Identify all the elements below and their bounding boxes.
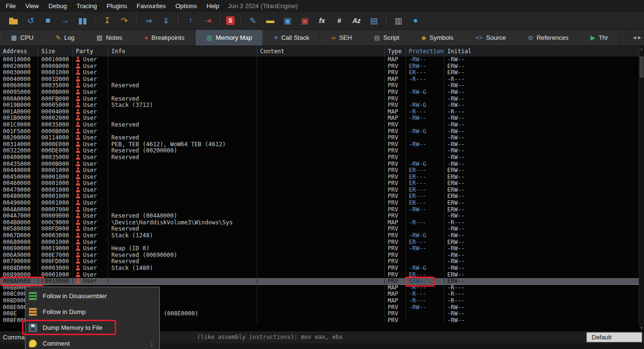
tab-notes[interactable]: ▤Notes <box>85 30 133 46</box>
memory-row[interactable]: 001F50000000B000UserPRV-RW-G-RW-- <box>0 128 639 135</box>
execute-till-return-icon[interactable]: ↑ <box>184 15 197 26</box>
menu-tracing[interactable]: Tracing <box>72 0 102 12</box>
pause-icon[interactable]: ▮▮ <box>76 15 89 26</box>
memory-row[interactable]: 0002000000008000UserPRVERW--ERW-- <box>0 63 639 70</box>
tab-seh[interactable]: ∞SEH <box>320 30 363 46</box>
column-header-size[interactable]: Size <box>38 46 73 57</box>
tab-call-stack[interactable]: ≡Call Stack <box>263 30 320 46</box>
menu-plugins[interactable]: Plugins <box>102 0 132 12</box>
memory-row[interactable]: 001C000000035000UserReservedPRV-RW-- <box>0 122 639 128</box>
menu-item-dump-memory-to-file[interactable]: Dump Memory to File <box>25 320 159 336</box>
tab-script[interactable]: ▤Script <box>363 30 410 46</box>
tab-breakpoints[interactable]: ●Breakpoints <box>133 30 196 46</box>
menu-item-comment[interactable]: Comment; <box>25 336 159 349</box>
memory-row[interactable]: 003140000000E000UserPEB, TEB (4612), WoW… <box>0 141 639 148</box>
grid-icon[interactable]: ▥ <box>392 15 405 26</box>
memory-row[interactable]: 0040000000035000UserReservedPRV-RW-- <box>0 154 639 161</box>
column-header-initial[interactable]: Initial <box>444 46 639 57</box>
menu-file[interactable]: File <box>1 0 21 12</box>
column-header-protection[interactable]: Protection <box>406 46 444 57</box>
restart-icon[interactable]: ↺ <box>24 15 37 26</box>
memory-row[interactable]: 0044000000001000UserPRVER---ERW-- <box>0 167 639 174</box>
open-file-icon[interactable] <box>7 15 20 26</box>
tab-symbols[interactable]: ◆Symbols <box>410 30 465 46</box>
memory-row[interactable]: 001B000000002000UserMAP-RW---RW-- <box>0 115 639 122</box>
menu-item-follow-in-dump[interactable]: Follow in Dump <box>25 304 159 320</box>
column-header-content[interactable]: Content <box>257 46 385 57</box>
memory-row[interactable]: 004A000000007000UserPRV-RW--ERW-- <box>0 207 639 213</box>
memory-row[interactable]: 0089000000001000UserPRVER---ERW-- <box>0 272 639 279</box>
tab-threads[interactable]: ▶Thr <box>580 30 620 46</box>
run-icon[interactable]: → <box>59 15 72 26</box>
animate-into-icon[interactable]: ⇒ <box>143 15 155 26</box>
memory-row[interactable]: 00322000000DE000UserReserved (00200000)P… <box>0 148 639 154</box>
patch-icon[interactable]: ✎ <box>247 15 259 26</box>
memory-row[interactable]: 0067D00000003000UserStack (1248)PRV-RW-G… <box>0 233 639 239</box>
memory-row[interactable]: 0088D00000003000UserStack (1480)PRV-RW-G… <box>0 265 639 272</box>
cell-type: PRV <box>385 89 406 96</box>
copy-red-icon[interactable]: ▣ <box>298 15 311 26</box>
memory-row[interactable]: 006A9000000E7000UserReserved (00690000)P… <box>0 252 639 259</box>
step-into-icon[interactable]: ↧ <box>101 15 113 26</box>
memory-row[interactable]: 00580000000FD000UserReservedPRV-RW-- <box>0 226 639 233</box>
memory-row[interactable]: 000400000001D000UserMAP-R----R--- <box>0 76 639 83</box>
memory-row[interactable]: 0049000000001000UserPRVER---ERW-- <box>0 200 639 207</box>
memory-row[interactable]: 000A0000000FB000UserReservedPRV-RW-- <box>0 96 639 103</box>
tab-cpu[interactable]: ▦CPU <box>0 30 45 46</box>
memory-row[interactable]: 004350000000B000UserPRV-RW-G-RW-- <box>0 161 639 168</box>
tab-references[interactable]: ⊙References <box>517 30 579 46</box>
memory-row[interactable]: 0046000000001000UserPRVER---ERW-- <box>0 180 639 187</box>
column-header-address[interactable]: Address <box>0 46 38 57</box>
menu-view[interactable]: View <box>21 0 44 12</box>
memory-row[interactable]: 0047000000001000UserPRVER---ERW-- <box>0 187 639 194</box>
tab-memory-map[interactable]: ▥Memory Map <box>195 30 263 46</box>
memory-row[interactable]: 0020000000114000UserReservedPRV-RW-- <box>0 135 639 141</box>
comment-icon[interactable]: ▬ <box>264 15 276 26</box>
cell-info: Stack (1480) <box>108 265 257 272</box>
cell-content <box>257 285 385 291</box>
memory-row[interactable]: 0003000000001000UserPRVER---ERW-- <box>0 70 639 76</box>
tab-scroll-right-icon[interactable]: ▶ <box>638 35 641 40</box>
scroll-up-icon[interactable]: ▲ <box>639 46 644 52</box>
world-icon[interactable]: ● <box>409 15 422 26</box>
memory-row[interactable]: 0006000000035000UserReservedPRV-RW-- <box>0 82 639 89</box>
cell-initial: -R--- <box>444 220 639 226</box>
tab-source[interactable]: <>Source <box>465 30 517 46</box>
memory-row[interactable]: 0068000000001000UserPRVER---ERW-- <box>0 239 639 246</box>
profile-dropdown[interactable]: Default <box>586 332 642 342</box>
scroll-down-icon[interactable]: ▼ <box>639 325 644 331</box>
menu-favourites[interactable]: Favourites <box>132 0 171 12</box>
animate-over-icon[interactable]: ⇓ <box>160 15 172 26</box>
memory-row[interactable]: 0069000000019000UserHeap (ID 0)PRV-RW---… <box>0 245 639 252</box>
memory-row[interactable]: 0001000000010000UserMAP-RW---RW-- <box>0 57 639 63</box>
copy-blue-icon[interactable]: ▣ <box>281 15 294 26</box>
scrollbar-thumb[interactable] <box>640 57 644 78</box>
close-icon[interactable]: ■ <box>42 15 54 26</box>
column-header-info[interactable]: Info <box>108 46 257 57</box>
step-over-icon[interactable]: ↷ <box>118 15 131 26</box>
menu-options[interactable]: Options <box>170 0 202 12</box>
tab-scroll-left-icon[interactable]: ◀ <box>633 35 636 40</box>
run-to-user-code-icon[interactable]: ⇥ <box>202 15 214 26</box>
menu-help[interactable]: Help <box>202 0 224 12</box>
memory-row[interactable]: 008A000000010000UserPRVERW--ERW-- <box>0 278 639 285</box>
az-icon[interactable]: Az <box>350 15 363 26</box>
menu-debug[interactable]: Debug <box>44 0 72 12</box>
memory-row[interactable]: 000950000000B000UserPRV-RW-G-RW-- <box>0 89 639 96</box>
vertical-scrollbar[interactable]: ▲ ▼ <box>639 46 644 331</box>
column-header-type[interactable]: Type <box>385 46 406 57</box>
memory-row[interactable]: 00790000000FD000UserReservedPRV-RW-- <box>0 258 639 265</box>
column-header-party[interactable]: Party <box>73 46 108 57</box>
hash-icon[interactable]: # <box>333 15 346 26</box>
memory-row[interactable]: 001A000000004000UserMAP-R----R--- <box>0 109 639 116</box>
report-icon[interactable]: ▤ <box>368 15 380 26</box>
memory-row[interactable]: 0045000000001000UserPRVER---ERW-- <box>0 174 639 181</box>
memory-row[interactable]: 004B0000000C9000User\Device\HarddiskVolu… <box>0 220 639 226</box>
memory-row[interactable]: 004A700000009000UserReserved (004A0000)P… <box>0 213 639 220</box>
script-s-icon[interactable]: S <box>226 16 235 25</box>
menu-item-follow-in-disassembler[interactable]: Follow in Disassembler <box>25 288 159 304</box>
memory-row[interactable]: 0048000000001000UserPRVER---ERW-- <box>0 193 639 200</box>
memory-row[interactable]: 0019B00000005000UserStack (3712)PRV-RW-G… <box>0 102 639 109</box>
fx-icon[interactable]: fx <box>316 15 328 26</box>
tab-log[interactable]: ✎Log <box>45 30 86 46</box>
